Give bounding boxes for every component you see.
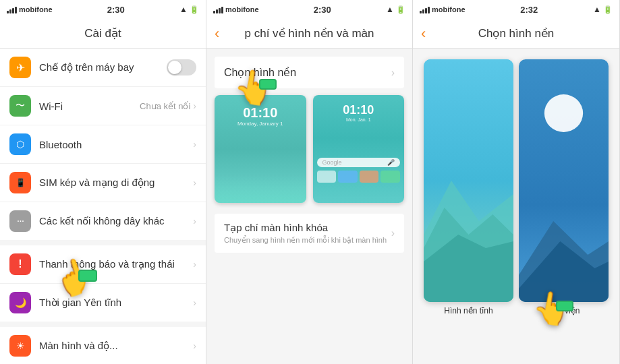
network-label: Các kết nối không dây khác	[39, 215, 193, 227]
page-title-wallpaper: p chí về hình nền và màn	[245, 26, 374, 40]
wifi-icon-2: ▲	[386, 5, 394, 14]
carrier-3: mobifone	[420, 5, 466, 13]
wallpaper-static-label: Hình nền tĩnh	[444, 302, 492, 320]
wallpaper-previews: 01:10 Monday, January 1 01:10 Mon. Jan. …	[215, 95, 404, 203]
signal-bar	[428, 7, 430, 13]
home-time: 01:10	[313, 95, 405, 117]
signal-bar	[422, 9, 424, 13]
settings-item-network[interactable]: ··· Các kết nối không dây khác ›	[0, 202, 206, 240]
notif-label: Thanh thông báo và trạng thái	[39, 258, 193, 270]
settings-item-wifi[interactable]: 〜 Wi-Fi Chưa kết nối ›	[0, 87, 206, 125]
wifi-arrow: ›	[193, 100, 196, 111]
settings-item-sim[interactable]: 📱 SIM kép và mạng di động ›	[0, 164, 206, 202]
magazine-row[interactable]: Tạp chí màn hình khóa Chuyển sang hình n…	[215, 214, 404, 253]
signal-bar	[219, 8, 221, 13]
battery-icon-1: 🔋	[190, 5, 199, 14]
sim-label: SIM kép và mạng di động	[39, 177, 193, 189]
wallpaper-grid: Hình nền tĩnh	[413, 49, 619, 364]
wifi-icon-3: ▲	[593, 5, 601, 14]
airplane-icon: ✈	[9, 57, 31, 78]
mountain-svg	[424, 59, 513, 302]
signal-bar	[12, 8, 14, 13]
lock-time: 01:10	[215, 95, 306, 121]
status-bar-2: mobifone 2:30 ▲ 🔋	[206, 0, 412, 19]
signal-bar	[9, 9, 11, 13]
magazine-text: Tạp chí màn hình khóa Chuyển sang hình n…	[224, 222, 387, 245]
carrier-name-3: mobifone	[432, 5, 466, 13]
bluetooth-arrow: ›	[193, 139, 196, 150]
status-icons-1: ▲ 🔋	[179, 5, 199, 14]
lock-screen-bg: 01:10 Monday, January 1	[215, 95, 306, 203]
bluetooth-icon: ⬡	[9, 133, 31, 155]
notif-icon: !	[9, 253, 31, 275]
wifi-icon-1: ▲	[179, 5, 188, 14]
network-icon: ···	[9, 210, 31, 232]
lock-screen-preview[interactable]: 01:10 Monday, January 1	[215, 95, 306, 203]
page-title-select: Chọn hình nền	[478, 26, 555, 40]
top-bar-select: ‹ Chọn hình nền	[413, 19, 619, 49]
panel-wallpaper-choose: mobifone 2:30 ▲ 🔋 ‹ p chí về hình nền và…	[206, 0, 413, 364]
quiet-icon: 🌙	[9, 292, 31, 313]
wallpaper-library-preview	[519, 59, 609, 302]
status-icons-2: ▲ 🔋	[386, 5, 405, 14]
settings-item-quiet[interactable]: 🌙 Thời gian Yên tĩnh ›	[0, 284, 206, 322]
signal-bar	[425, 8, 427, 13]
signal-bar	[420, 11, 422, 13]
home-date: Mon. Jan. 1	[313, 117, 405, 122]
carrier-name-1: mobifone	[19, 5, 53, 13]
status-icons-3: ▲ 🔋	[593, 5, 613, 14]
wallpaper-card-library[interactable]: Thư viện 👆	[519, 59, 609, 353]
wifi-label: Wi-Fi	[39, 100, 140, 112]
quiet-arrow: ›	[193, 297, 196, 308]
back-button-3[interactable]: ‹	[421, 25, 426, 42]
top-bar-settings: Cài đặt	[0, 19, 206, 49]
choose-wallpaper-label: Chọn hình nền	[224, 66, 296, 79]
battery-icon-3: 🔋	[603, 5, 613, 14]
status-bar-1: mobifone 2:30 ▲ 🔋	[0, 0, 206, 19]
choose-wallpaper-row[interactable]: Chọn hình nền ›	[215, 57, 404, 88]
svg-point-5	[544, 94, 583, 132]
time-1: 2:30	[107, 5, 125, 15]
signal-bar	[221, 7, 223, 13]
settings-list[interactable]: ✈ Chế độ trên máy bay 〜 Wi-Fi Chưa kết n…	[0, 49, 206, 364]
magazine-row-title: Tạp chí màn hình khóa	[224, 222, 387, 234]
wallpaper-card-static[interactable]: Hình nền tĩnh	[424, 59, 513, 353]
display-icon: ☀	[9, 335, 31, 357]
network-arrow: ›	[193, 216, 196, 226]
home-screen-preview[interactable]: 01:10 Mon. Jan. 1 Google 🎤	[313, 95, 405, 203]
settings-section-connectivity: ✈ Chế độ trên máy bay 〜 Wi-Fi Chưa kết n…	[0, 49, 206, 240]
signal-bar	[7, 11, 9, 13]
signal-bar	[213, 11, 215, 13]
airplane-label: Chế độ trên máy bay	[39, 61, 167, 73]
time-2: 2:30	[314, 5, 331, 15]
signal-bar	[15, 7, 17, 13]
lock-date: Monday, January 1	[215, 121, 306, 127]
wallpaper-static-preview	[424, 59, 513, 302]
settings-section-notifications: ! Thanh thông báo và trạng thái › 🌙 Thời…	[0, 245, 206, 322]
magazine-arrow: ›	[391, 227, 395, 239]
panel-settings: mobifone 2:30 ▲ 🔋 Cài đặt ✈ Chế độ trên …	[0, 0, 206, 364]
settings-item-airplane[interactable]: ✈ Chế độ trên máy bay	[0, 49, 206, 87]
wifi-icon: 〜	[9, 95, 31, 117]
settings-item-notif[interactable]: ! Thanh thông báo và trạng thái ›	[0, 245, 206, 284]
page-title-settings: Cài đặt	[84, 26, 121, 40]
carrier-name-2: mobifone	[225, 5, 259, 13]
settings-item-bluetooth[interactable]: ⬡ Bluetooth ›	[0, 125, 206, 164]
bluetooth-label: Bluetooth	[39, 139, 193, 150]
back-button-2[interactable]: ‹	[215, 25, 219, 42]
magazine-row-desc: Chuyển sang hình nền mới mỗi khi bật màn…	[224, 236, 387, 245]
moon-scene-svg	[519, 59, 609, 302]
status-bar-3: mobifone 2:32 ▲ 🔋	[413, 0, 619, 19]
display-arrow: ›	[193, 340, 196, 351]
home-screen-bg: 01:10 Mon. Jan. 1 Google 🎤	[313, 95, 405, 203]
settings-section-display: ☀ Màn hình và độ... › 🖼 Tạp chí về hình …	[0, 327, 206, 364]
airplane-toggle[interactable]	[167, 59, 196, 75]
sim-arrow: ›	[193, 177, 196, 188]
top-bar-wallpaper: ‹ p chí về hình nền và màn	[206, 19, 412, 49]
battery-icon-2: 🔋	[396, 5, 405, 14]
display-label: Màn hình và độ...	[39, 340, 193, 352]
sim-icon: 📱	[9, 172, 31, 193]
settings-item-display[interactable]: ☀ Màn hình và độ... ›	[0, 327, 206, 364]
home-icons-area: Google 🎤	[317, 158, 401, 183]
signal-bars-1	[7, 5, 17, 13]
